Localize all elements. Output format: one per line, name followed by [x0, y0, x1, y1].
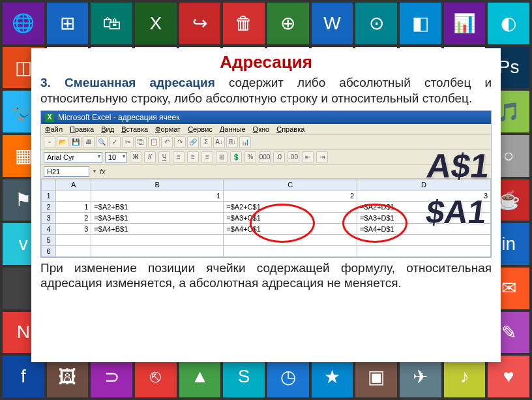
name-box[interactable]: H21 [44, 166, 89, 177]
excel-icon: X [45, 113, 54, 122]
cell[interactable] [357, 234, 491, 245]
slide-content: Адресация 3. Смешанная адресация содержи… [31, 48, 501, 362]
dec-dec-icon[interactable]: .00 [288, 151, 299, 163]
excel-toolbar-format[interactable]: Arial Cyr 10 Ж К Ч ≡ ≡ ≡ ⊞ 💲 % 000 .0 .0… [41, 150, 491, 165]
row-header[interactable]: 5 [42, 234, 56, 245]
currency-icon[interactable]: 💲 [230, 151, 242, 163]
outro-paragraph: При изменение позиции ячейки содержащей … [40, 260, 492, 292]
row-header[interactable]: 4 [42, 223, 56, 234]
cell[interactable]: 2 [56, 212, 91, 223]
excel-title-text: Microsoft Excel - адресация ячеек [58, 113, 179, 122]
col-header[interactable]: C [224, 179, 357, 190]
row-header[interactable]: 2 [42, 201, 56, 212]
cell[interactable]: =$A3+B$1 [91, 212, 224, 223]
cell[interactable] [56, 245, 91, 256]
bg-tile: 📊 [444, 3, 486, 44]
bold-button[interactable]: Ж [130, 151, 141, 163]
cell[interactable] [224, 234, 357, 245]
excel-menubar[interactable]: ФайлПравкаВидВставкаФорматСервисДанныеОк… [41, 124, 491, 135]
italic-button[interactable]: К [144, 151, 156, 163]
cell[interactable]: 1 [56, 201, 91, 212]
align-center-icon[interactable]: ≡ [187, 151, 199, 163]
formula-bar[interactable]: H21 ▾ fx [41, 165, 491, 179]
menu-item[interactable]: Сервис [188, 125, 213, 133]
copy-icon[interactable]: ⿻ [135, 136, 147, 148]
bg-tile: 🌐 [3, 3, 44, 44]
ref-example-2: $A1 [424, 193, 489, 231]
bg-tile: W [312, 3, 353, 44]
menu-item[interactable]: Вставка [121, 125, 148, 133]
chart-icon[interactable]: 📊 [239, 136, 251, 148]
redo-icon[interactable]: ↷ [174, 136, 186, 148]
sort-asc-icon[interactable]: A↓ [213, 136, 225, 148]
bg-tile: ↪ [179, 3, 221, 44]
cell[interactable]: 2 [224, 190, 357, 201]
col-header[interactable]: B [91, 179, 224, 190]
namebox-dropdown-icon[interactable]: ▾ [93, 168, 96, 174]
align-left-icon[interactable]: ≡ [173, 151, 185, 163]
cell[interactable]: =$A2+C$1 [224, 201, 357, 212]
print-icon[interactable]: 🖶 [83, 136, 95, 148]
bg-tile: 🗑 [223, 3, 265, 44]
cell[interactable] [91, 234, 224, 245]
size-combo[interactable]: 10 [105, 152, 127, 162]
cell[interactable] [91, 245, 224, 256]
menu-item[interactable]: Формат [155, 125, 181, 133]
excel-toolbar-standard[interactable]: ▫ 📂 💾 🖶 🔍 ✓ ✂ ⿻ 📋 ↶ ↷ 🔗 Σ A↓ Я↓ 📊 [41, 135, 491, 150]
spell-icon[interactable]: ✓ [109, 136, 121, 148]
cell[interactable] [357, 245, 491, 256]
cell[interactable]: =$A4+C$1 [224, 223, 357, 234]
intro-paragraph: 3. Смешанная адресация содержит либо абс… [40, 75, 492, 106]
indent-inc-icon[interactable]: ⇥ [316, 151, 328, 163]
bg-tile: 🛍 [91, 3, 132, 44]
cell[interactable]: =$A4+B$1 [91, 223, 224, 234]
menu-item[interactable]: Правка [70, 125, 94, 133]
menu-item[interactable]: Файл [45, 125, 63, 133]
fx-label[interactable]: fx [100, 168, 106, 176]
cell[interactable]: =$A3+C$1 [224, 212, 357, 223]
sum-icon[interactable]: Σ [200, 136, 212, 148]
save-icon[interactable]: 💾 [70, 136, 81, 148]
preview-icon[interactable]: 🔍 [96, 136, 108, 148]
align-right-icon[interactable]: ≡ [201, 151, 213, 163]
link-icon[interactable]: 🔗 [187, 136, 199, 148]
dec-inc-icon[interactable]: .0 [273, 151, 285, 163]
col-header[interactable]: A [56, 179, 91, 190]
menu-item[interactable]: Данные [220, 125, 246, 133]
bg-tile: ◐ [488, 3, 529, 44]
bg-tile: ⊕ [267, 3, 309, 44]
cell[interactable]: =$A2+B$1 [91, 201, 224, 212]
excel-grid[interactable]: ABCD112321=$A2+B$1=$A2+C$1=$A2+D$132=$A3… [41, 179, 491, 257]
sort-desc-icon[interactable]: Я↓ [226, 136, 238, 148]
bg-tile: ⊙ [355, 3, 397, 44]
slide-title: Адресация [40, 52, 492, 72]
cell[interactable]: 1 [91, 190, 224, 201]
row-header[interactable]: 1 [42, 190, 56, 201]
cell[interactable] [56, 190, 91, 201]
new-icon[interactable]: ▫ [44, 136, 55, 148]
indent-dec-icon[interactable]: ⇤ [302, 151, 314, 163]
cell[interactable]: 3 [56, 223, 91, 234]
ref-example-1: A$1 [424, 146, 492, 185]
font-combo[interactable]: Arial Cyr [44, 152, 102, 162]
intro-term: Смешанная адресация [65, 76, 215, 89]
undo-icon[interactable]: ↶ [161, 136, 173, 148]
percent-icon[interactable]: % [244, 151, 256, 163]
comma-icon[interactable]: 000 [259, 151, 271, 163]
cell[interactable] [56, 234, 91, 245]
row-header[interactable]: 6 [42, 245, 56, 256]
intro-number: 3. [40, 76, 51, 89]
underline-button[interactable]: Ч [158, 151, 170, 163]
menu-item[interactable]: Вид [101, 125, 114, 133]
bg-tile: ◧ [400, 3, 441, 44]
cut-icon[interactable]: ✂ [122, 136, 134, 148]
row-header[interactable]: 3 [42, 212, 56, 223]
menu-item[interactable]: Справка [276, 125, 304, 133]
excel-titlebar: X Microsoft Excel - адресация ячеек [41, 111, 491, 124]
menu-item[interactable]: Окно [253, 125, 270, 133]
open-icon[interactable]: 📂 [57, 136, 68, 148]
select-all-corner[interactable] [42, 179, 56, 190]
paste-icon[interactable]: 📋 [148, 136, 160, 148]
merge-icon[interactable]: ⊞ [216, 151, 228, 163]
cell[interactable] [224, 245, 357, 256]
